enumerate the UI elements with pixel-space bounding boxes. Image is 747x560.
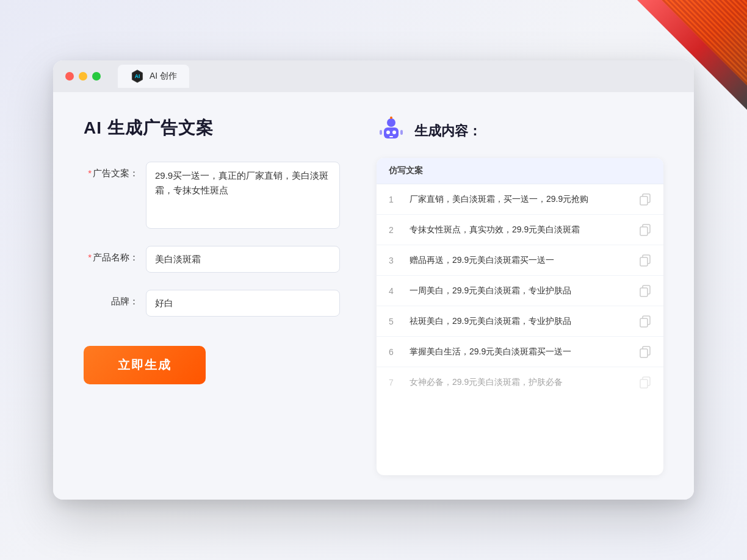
row-text: 专抹女性斑点，真实功效，29.9元美白淡斑霜 bbox=[410, 223, 629, 236]
copy-icon[interactable] bbox=[639, 376, 651, 389]
left-panel: AI 生成广告文案 *广告文案： 29.9买一送一，真正的厂家直销，美白淡斑霜，… bbox=[84, 117, 340, 475]
table-header: 仿写文案 bbox=[377, 158, 663, 184]
copy-icon[interactable] bbox=[639, 346, 651, 358]
row-text: 赠品再送，29.9元美白淡斑霜买一送一 bbox=[410, 254, 629, 267]
right-panel: 生成内容： 仿写文案 1厂家直销，美白淡斑霜，买一送一，29.9元抢购2专抹女性… bbox=[377, 117, 663, 475]
form-group-product-name: *产品名称： bbox=[84, 246, 340, 273]
svg-point-5 bbox=[392, 131, 396, 134]
svg-rect-12 bbox=[640, 196, 648, 205]
svg-rect-22 bbox=[640, 349, 648, 357]
tab-title: AI 创作 bbox=[150, 71, 177, 82]
ad-copy-input[interactable]: 29.9买一送一，真正的厂家直销，美白淡斑霜，专抹女性斑点 bbox=[146, 162, 340, 229]
row-number: 3 bbox=[389, 256, 400, 265]
table-row: 2专抹女性斑点，真实功效，29.9元美白淡斑霜 bbox=[377, 215, 663, 245]
traffic-light-minimize[interactable] bbox=[79, 72, 87, 81]
tab-ai-creation[interactable]: AI AI 创作 bbox=[118, 65, 189, 88]
generate-button[interactable]: 立即生成 bbox=[84, 346, 206, 384]
ai-tab-icon: AI bbox=[130, 69, 145, 84]
traffic-light-close[interactable] bbox=[65, 72, 74, 81]
traffic-lights bbox=[65, 72, 101, 81]
svg-rect-9 bbox=[380, 130, 382, 135]
row-text: 厂家直销，美白淡斑霜，买一送一，29.9元抢购 bbox=[410, 193, 629, 206]
svg-point-4 bbox=[386, 131, 390, 134]
product-name-input[interactable] bbox=[146, 246, 340, 273]
table-row: 3赠品再送，29.9元美白淡斑霜买一送一 bbox=[377, 245, 663, 276]
result-table: 仿写文案 1厂家直销，美白淡斑霜，买一送一，29.9元抢购2专抹女性斑点，真实功… bbox=[377, 158, 663, 475]
page-title: AI 生成广告文案 bbox=[84, 117, 340, 140]
table-row: 1厂家直销，美白淡斑霜，买一送一，29.9元抢购 bbox=[377, 184, 663, 215]
svg-point-8 bbox=[390, 117, 392, 119]
robot-icon bbox=[377, 117, 406, 146]
title-bar: AI AI 创作 bbox=[53, 60, 694, 92]
table-row: 6掌握美白生活，29.9元美白淡斑霜买一送一 bbox=[377, 337, 663, 367]
svg-rect-24 bbox=[640, 379, 648, 388]
result-header: 生成内容： bbox=[377, 117, 663, 146]
svg-text:AI: AI bbox=[135, 73, 140, 79]
copy-icon[interactable] bbox=[639, 315, 651, 328]
row-number: 2 bbox=[389, 225, 400, 235]
result-title: 生成内容： bbox=[414, 122, 482, 140]
row-text: 祛斑美白，29.9元美白淡斑霜，专业护肤品 bbox=[410, 315, 629, 328]
table-row: 7女神必备，29.9元美白淡斑霜，护肤必备 bbox=[377, 367, 663, 397]
row-text: 一周美白，29.9元美白淡斑霜，专业护肤品 bbox=[410, 284, 629, 297]
svg-rect-6 bbox=[389, 136, 393, 137]
svg-rect-16 bbox=[640, 257, 648, 266]
brand-label: 品牌： bbox=[84, 290, 139, 307]
table-row: 4一周美白，29.9元美白淡斑霜，专业护肤品 bbox=[377, 276, 663, 306]
traffic-light-maximize[interactable] bbox=[92, 72, 101, 81]
copy-icon[interactable] bbox=[639, 224, 651, 236]
row-number: 5 bbox=[389, 317, 400, 326]
svg-rect-20 bbox=[640, 318, 648, 327]
svg-rect-18 bbox=[640, 288, 648, 296]
copy-icon[interactable] bbox=[639, 193, 651, 206]
table-row: 5祛斑美白，29.9元美白淡斑霜，专业护肤品 bbox=[377, 306, 663, 337]
row-text: 掌握美白生活，29.9元美白淡斑霜买一送一 bbox=[410, 345, 629, 358]
row-number: 6 bbox=[389, 347, 400, 357]
form-group-ad-copy: *广告文案： 29.9买一送一，真正的厂家直销，美白淡斑霜，专抹女性斑点 bbox=[84, 162, 340, 229]
results-list: 1厂家直销，美白淡斑霜，买一送一，29.9元抢购2专抹女性斑点，真实功效，29.… bbox=[377, 184, 663, 397]
form-group-brand: 品牌： bbox=[84, 290, 340, 317]
browser-window: AI AI 创作 AI 生成广告文案 *广告文案： 29.9买一送一，真正的厂家… bbox=[53, 60, 694, 500]
copy-icon[interactable] bbox=[639, 285, 651, 297]
product-name-label: *产品名称： bbox=[84, 246, 139, 264]
row-number: 4 bbox=[389, 286, 400, 296]
row-number: 7 bbox=[389, 378, 400, 387]
row-text: 女神必备，29.9元美白淡斑霜，护肤必备 bbox=[410, 376, 629, 389]
row-number: 1 bbox=[389, 195, 400, 204]
content-area: AI 生成广告文案 *广告文案： 29.9买一送一，真正的厂家直销，美白淡斑霜，… bbox=[53, 92, 694, 500]
copy-icon[interactable] bbox=[639, 254, 651, 267]
required-star-product: * bbox=[88, 252, 92, 262]
ad-copy-label: *广告文案： bbox=[84, 162, 139, 179]
required-star-ad: * bbox=[88, 168, 92, 178]
brand-input[interactable] bbox=[146, 290, 340, 317]
svg-rect-14 bbox=[640, 227, 648, 235]
svg-rect-10 bbox=[400, 130, 403, 135]
